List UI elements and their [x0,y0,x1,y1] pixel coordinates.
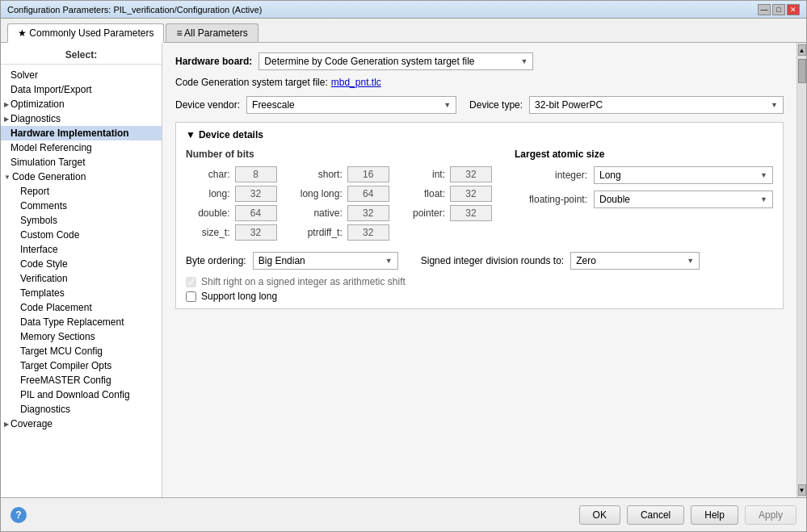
sidebar-item-pil-download-config[interactable]: PIL and Download Config [1,387,162,402]
vendor-type-row: Device vendor: Freescale ▼ Device type: … [175,96,784,114]
device-type-dropdown[interactable]: 32-bit PowerPC ▼ [529,96,784,114]
sidebar-item-comments[interactable]: Comments [1,199,162,213]
sidebar-item-verification[interactable]: Verification [1,271,162,286]
integer-value: Long [599,170,621,181]
sidebar-item-optimization[interactable]: ▶Optimization [1,97,162,111]
minimize-button[interactable]: — [758,4,771,15]
tab-all-parameters[interactable]: ≡ All Parameters [166,23,258,42]
signed-div-dropdown[interactable]: Zero ▼ [570,252,700,270]
sidebar-item-model-referencing[interactable]: Model Referencing [1,140,162,155]
sidebar-item-data-type-replacement[interactable]: Data Type Replacement [1,315,162,329]
bottom-buttons: OK Cancel Help Apply [579,505,796,525]
close-button[interactable]: ✕ [787,4,800,15]
device-type-value: 32-bit PowerPC [535,99,603,111]
details-inner: Number of bits char: short: int: long: [186,149,773,241]
sidebar-item-freemaster-config[interactable]: FreeMASTER Config [1,373,162,387]
sidebar-item-code-style[interactable]: Code Style [1,257,162,271]
support-long-long-row: Support long long [186,291,773,302]
native-input[interactable] [347,205,389,221]
scroll-track[interactable] [798,56,806,484]
expand-icon: ▶ [4,421,9,428]
sidebar-item-memory-sections[interactable]: Memory Sections [1,329,162,344]
scroll-up-button[interactable]: ▲ [798,44,806,56]
long-long-input[interactable] [347,186,389,202]
hardware-board-label: Hardware board: [175,56,252,67]
ok-button[interactable]: OK [579,505,620,525]
int-input[interactable] [450,166,492,182]
short-label: short: [288,169,343,180]
sidebar-item-custom-code[interactable]: Custom Code [1,228,162,242]
sidebar-item-target-mcu-config[interactable]: Target MCU Config [1,344,162,358]
byte-ordering-dropdown[interactable]: Big Endian ▼ [253,252,398,270]
device-vendor-label: Device vendor: [175,99,240,111]
floating-point-label: floating-point: [515,194,587,205]
collapse-icon: ▼ [186,129,195,140]
signed-div-value: Zero [576,255,596,266]
float-input[interactable] [450,186,492,202]
main-window: Configuration Parameters: PIL_verificati… [0,0,807,532]
sidebar-item-templates[interactable]: Templates [1,286,162,300]
size-t-input[interactable] [235,224,277,241]
sidebar-item-interface[interactable]: Interface [1,242,162,257]
long-input[interactable] [235,186,277,202]
sidebar-label: Select: [1,46,162,65]
float-label: float: [401,188,445,199]
sidebar-item-code-placement[interactable]: Code Placement [1,300,162,315]
pointer-input[interactable] [450,205,492,221]
bits-grid: char: short: int: long: long long: float [186,166,498,241]
dropdown-arrow-icon: ▼ [760,171,767,179]
sidebar-item-diagnostics-child[interactable]: Diagnostics [1,402,162,417]
char-input[interactable] [235,166,277,182]
shift-right-label: Shift right on a signed integer as arith… [201,276,406,287]
double-input[interactable] [235,205,277,221]
bits-section: Number of bits char: short: int: long: [186,149,498,241]
help-button[interactable]: Help [691,505,738,525]
expand-icon: ▼ [4,174,11,181]
sidebar-item-solver[interactable]: Solver [1,68,162,82]
device-vendor-dropdown[interactable]: Freescale ▼ [246,96,456,114]
short-input[interactable] [347,166,389,182]
dropdown-arrow-icon: ▼ [760,195,767,203]
long-long-label: long long: [288,188,343,199]
support-long-long-label: Support long long [201,291,277,302]
atomic-title: Largest atomic size [515,149,773,160]
sidebar-item-code-generation[interactable]: ▼Code Generation [1,170,162,184]
long-label: long: [186,188,230,199]
title-bar: Configuration Parameters: PIL_verificati… [1,1,806,19]
scrollbar[interactable]: ▲ ▼ [796,43,806,497]
apply-button[interactable]: Apply [745,505,796,525]
sidebar-item-report[interactable]: Report [1,184,162,199]
scroll-down-button[interactable]: ▼ [798,484,806,496]
sidebar: Select: Solver Data Import/Export ▶Optim… [1,43,162,497]
sidebar-item-diagnostics[interactable]: ▶Diagnostics [1,111,162,126]
help-icon-button[interactable]: ? [11,507,27,523]
shift-right-checkbox[interactable] [186,277,196,287]
cancel-button[interactable]: Cancel [627,505,684,525]
target-file-link[interactable]: mbd_pnt.tlc [331,77,381,88]
double-label: double: [186,207,230,219]
support-long-long-checkbox[interactable] [186,291,196,302]
title-bar-buttons: — □ ✕ [758,4,800,15]
content-area: Hardware board: Determine by Code Genera… [162,43,796,497]
sidebar-item-target-compiler-opts[interactable]: Target Compiler Opts [1,358,162,373]
tab-commonly-used[interactable]: ★ Commonly Used Parameters [7,23,164,43]
hardware-board-dropdown[interactable]: Determine by Code Generation system targ… [258,52,533,70]
maximize-button[interactable]: □ [772,4,785,15]
device-details-header[interactable]: ▼ Device details [186,129,773,140]
native-label: native: [288,207,343,219]
integer-dropdown[interactable]: Long ▼ [594,166,773,184]
floating-point-dropdown[interactable]: Double ▼ [594,191,773,208]
sidebar-item-coverage[interactable]: ▶Coverage [1,417,162,431]
sidebar-item-data-import[interactable]: Data Import/Export [1,82,162,97]
integer-row: integer: Long ▼ [515,166,773,184]
sidebar-item-symbols[interactable]: Symbols [1,213,162,228]
sidebar-item-hardware-impl[interactable]: Hardware Implementation [1,126,162,140]
char-label: char: [186,169,230,180]
ptrdiff-t-input[interactable] [347,224,389,241]
sidebar-item-simulation-target[interactable]: Simulation Target [1,155,162,170]
scroll-thumb[interactable] [798,59,806,83]
byte-ordering-value: Big Endian [258,255,305,266]
main-area: Select: Solver Data Import/Export ▶Optim… [1,43,806,497]
expand-icon: ▶ [4,115,9,123]
device-details-panel: ▼ Device details Number of bits char: sh… [175,122,784,309]
